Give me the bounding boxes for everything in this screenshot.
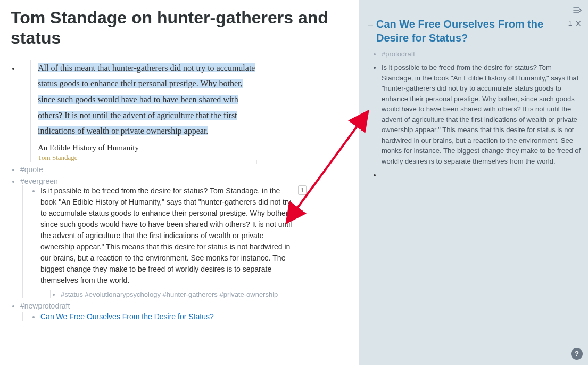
- side-tag-protodraft[interactable]: #protodraft: [382, 50, 582, 58]
- side-outline: #protodraft Is it possible to be freed f…: [368, 50, 582, 179]
- side-paragraph[interactable]: Is it possible to be freed from the desi…: [382, 62, 582, 166]
- block-resize-corner[interactable]: ┘: [254, 160, 259, 167]
- highlighted-text: All of this meant that hunter-gatherers …: [38, 63, 255, 135]
- collapse-note-icon[interactable]: –: [368, 19, 373, 29]
- tag-quote[interactable]: #quote: [20, 165, 346, 174]
- quote-text[interactable]: All of this meant that hunter-gatherers …: [38, 60, 259, 139]
- collapse-sidebar-icon[interactable]: [573, 5, 582, 14]
- tag-newprotodraft[interactable]: #newprotodraft Can We Free Ourselves Fro…: [20, 302, 346, 321]
- linked-note-item[interactable]: Can We Free Ourselves From the Desire fo…: [40, 312, 346, 321]
- main-pane: Tom Standage on hunter-gatherers and sta…: [0, 0, 357, 365]
- reference-count-badge[interactable]: 1: [298, 185, 307, 196]
- quote-block: All of this meant that hunter-gatherers …: [30, 60, 259, 162]
- side-toolbar: [368, 5, 582, 14]
- outline-root: All of this meant that hunter-gatherers …: [11, 60, 346, 321]
- side-header: – Can We Free Ourselves From the Desire …: [368, 17, 582, 45]
- close-icon[interactable]: ✕: [575, 19, 582, 28]
- side-panel: – Can We Free Ourselves From the Desire …: [359, 0, 588, 365]
- evergreen-item[interactable]: Is it possible to be freed from the desi…: [40, 185, 346, 298]
- evergreen-block: Is it possible to be freed from the desi…: [22, 185, 346, 298]
- page-title: Tom Standage on hunter-gatherers and sta…: [11, 7, 346, 48]
- side-empty-bullet[interactable]: [382, 171, 582, 179]
- side-reference-count: 1: [568, 19, 572, 27]
- side-title[interactable]: Can We Free Ourselves From the Desire fo…: [376, 17, 565, 45]
- evergreen-subtags-list: #status #evolutionarypsychology #hunter-…: [50, 290, 346, 298]
- evergreen-subtags[interactable]: #status #evolutionarypsychology #hunter-…: [61, 290, 346, 298]
- book-author[interactable]: Tom Standage: [38, 153, 259, 162]
- help-button[interactable]: ?: [571, 348, 583, 360]
- tag-evergreen[interactable]: #evergreen Is it possible to be freed fr…: [20, 177, 346, 298]
- evergreen-text: Is it possible to be freed from the desi…: [40, 185, 296, 286]
- book-title[interactable]: An Edible History of Humanity: [38, 143, 259, 152]
- linked-note-link[interactable]: Can We Free Ourselves From the Desire fo…: [40, 312, 214, 321]
- outline-item-quote[interactable]: All of this meant that hunter-gatherers …: [20, 60, 346, 162]
